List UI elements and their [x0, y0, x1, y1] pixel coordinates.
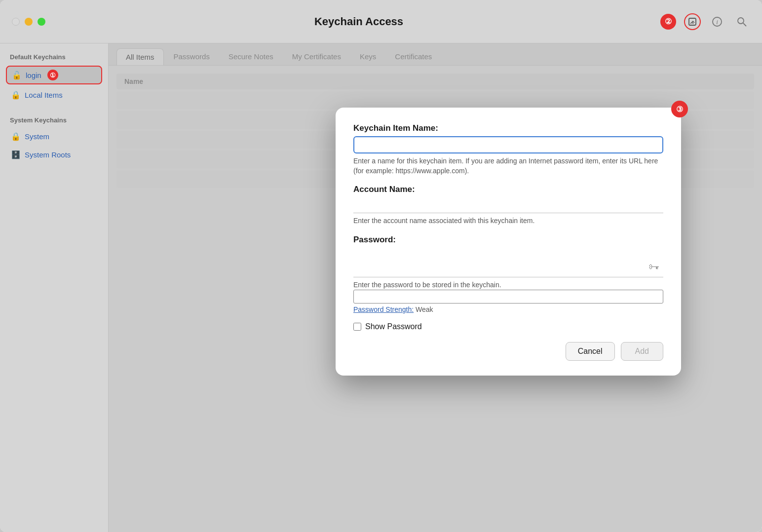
- password-strength-input[interactable]: [353, 290, 663, 304]
- lock-icon-system-roots: 🗄️: [11, 150, 21, 159]
- add-keychain-item-dialog: ③ Keychain Item Name: Enter a name for t…: [336, 108, 681, 376]
- minimize-button[interactable]: [25, 18, 33, 26]
- login-badge: ①: [47, 70, 58, 80]
- password-strength-link[interactable]: Password Strength:: [353, 305, 414, 313]
- password-hint: Enter the password to be stored in the k…: [353, 280, 663, 290]
- sidebar: Default Keychains 🔓 login ① 🔒 Local Item…: [0, 43, 109, 532]
- show-password-row: Show Password: [353, 322, 663, 331]
- dialog-badge: ③: [671, 101, 688, 117]
- sidebar-item-system-roots[interactable]: 🗄️ System Roots: [6, 147, 102, 162]
- add-button[interactable]: Add: [621, 342, 663, 361]
- account-name-field: Account Name: Enter the account name ass…: [353, 185, 663, 226]
- keychain-item-name-label: Keychain Item Name:: [353, 123, 663, 133]
- main-window: Keychain Access ② i: [0, 0, 762, 532]
- notification-badge: ②: [660, 14, 676, 30]
- login-label: login: [26, 71, 41, 79]
- password-strength-value: Weak: [416, 305, 433, 313]
- close-button[interactable]: [12, 18, 20, 26]
- keychain-item-name-hint: Enter a name for this keychain item. If …: [353, 156, 663, 176]
- keychain-item-name-input[interactable]: [353, 136, 663, 153]
- main-panel: All Items Passwords Secure Notes My Cert…: [109, 43, 762, 532]
- title-bar-actions: ② i: [660, 13, 750, 30]
- app-title: Keychain Access: [57, 15, 660, 28]
- key-icon: 🗝: [648, 261, 659, 273]
- keychain-item-name-field: Keychain Item Name: Enter a name for thi…: [353, 123, 663, 176]
- system-label: System: [25, 132, 49, 141]
- show-password-checkbox[interactable]: [353, 323, 361, 331]
- sidebar-item-system[interactable]: 🔒 System: [6, 129, 102, 144]
- default-keychains-label: Default Keychains: [6, 51, 102, 63]
- maximize-button[interactable]: [38, 18, 45, 26]
- password-strength-text: Password Strength: Weak: [353, 305, 663, 313]
- password-label: Password:: [353, 235, 663, 245]
- info-icon[interactable]: i: [709, 13, 725, 30]
- system-roots-label: System Roots: [25, 151, 71, 159]
- lock-icon-system: 🔒: [11, 132, 21, 141]
- svg-line-4: [743, 23, 746, 26]
- password-field: Password: 🗝 Enter the password to be sto…: [353, 235, 663, 314]
- lock-icon-local: 🔒: [11, 90, 21, 100]
- window-controls: [12, 18, 45, 26]
- password-textarea[interactable]: [353, 248, 663, 277]
- sidebar-item-local-items[interactable]: 🔒 Local Items: [6, 87, 102, 103]
- sidebar-item-login[interactable]: 🔓 login ①: [6, 66, 102, 84]
- system-keychains-label: System Keychains: [6, 114, 102, 126]
- account-name-hint: Enter the account name associated with t…: [353, 216, 663, 226]
- compose-icon[interactable]: [684, 13, 701, 30]
- svg-point-3: [738, 18, 744, 24]
- spacer: [6, 106, 102, 112]
- dialog-buttons: Cancel Add: [353, 342, 663, 361]
- title-bar: Keychain Access ② i: [0, 0, 762, 43]
- cancel-button[interactable]: Cancel: [566, 342, 615, 361]
- lock-open-icon: 🔓: [12, 71, 22, 80]
- local-items-label: Local Items: [25, 91, 63, 99]
- content-area: Default Keychains 🔓 login ① 🔒 Local Item…: [0, 43, 762, 532]
- account-name-label: Account Name:: [353, 185, 663, 194]
- show-password-label: Show Password: [365, 322, 422, 331]
- account-name-input[interactable]: [353, 197, 663, 213]
- search-icon[interactable]: [733, 13, 750, 30]
- password-wrapper: 🗝: [353, 248, 663, 277]
- svg-text:i: i: [716, 18, 718, 26]
